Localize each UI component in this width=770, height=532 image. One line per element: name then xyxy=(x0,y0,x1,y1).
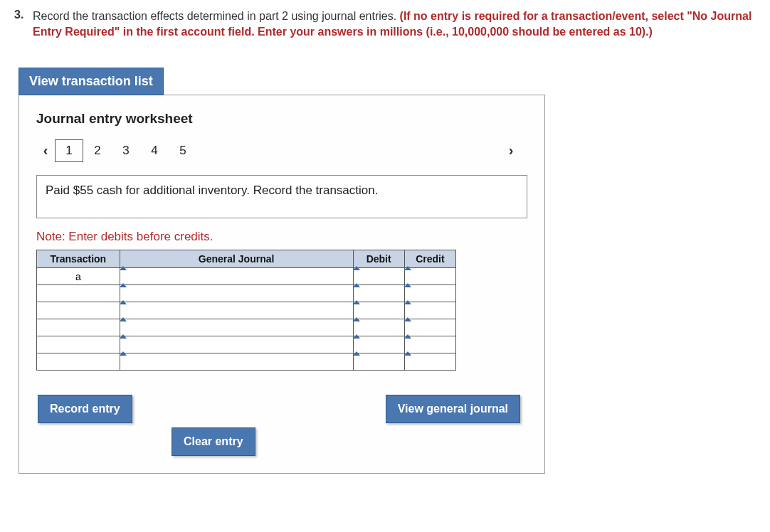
cell-transaction xyxy=(37,285,120,302)
header-transaction: Transaction xyxy=(37,250,120,268)
cell-transaction xyxy=(37,353,120,371)
dropdown-icon xyxy=(404,317,411,321)
cell-debit[interactable] xyxy=(353,336,404,353)
page-1[interactable]: 1 xyxy=(55,139,83,162)
cell-transaction: a xyxy=(37,268,120,285)
dropdown-icon xyxy=(353,266,360,270)
cell-credit[interactable] xyxy=(404,336,455,353)
cell-credit[interactable] xyxy=(404,353,455,371)
table-row xyxy=(37,319,456,336)
dropdown-icon xyxy=(404,283,411,287)
dropdown-icon xyxy=(404,300,411,304)
cell-credit[interactable] xyxy=(404,285,455,302)
question-block: 3. Record the transaction effects determ… xyxy=(14,9,756,41)
transaction-description: Paid $55 cash for additional inventory. … xyxy=(36,175,527,218)
cell-debit[interactable] xyxy=(353,353,404,371)
cell-transaction xyxy=(37,319,120,336)
pager: ‹ 1 2 3 4 5 › xyxy=(36,139,527,162)
cell-transaction xyxy=(37,302,120,319)
table-row: a xyxy=(37,268,456,285)
header-general-journal: General Journal xyxy=(120,250,353,268)
dropdown-icon xyxy=(353,351,360,356)
journal-entry-worksheet: Journal entry worksheet ‹ 1 2 3 4 5 › Pa… xyxy=(19,95,545,474)
question-number: 3. xyxy=(14,9,28,21)
journal-table: Transaction General Journal Debit Credit… xyxy=(36,250,456,395)
header-debit: Debit xyxy=(353,250,404,268)
dropdown-icon xyxy=(404,351,411,356)
dropdown-icon xyxy=(120,266,127,270)
dropdown-icon xyxy=(353,283,360,287)
chevron-left-icon[interactable]: ‹ xyxy=(36,142,55,159)
page-3[interactable]: 3 xyxy=(112,139,140,162)
cell-debit[interactable] xyxy=(353,319,404,336)
cell-debit[interactable] xyxy=(353,268,404,285)
cell-general-journal[interactable] xyxy=(120,353,353,371)
view-general-journal-button[interactable]: View general journal xyxy=(386,395,520,423)
page-5[interactable]: 5 xyxy=(169,139,197,162)
cell-general-journal[interactable] xyxy=(120,319,353,336)
page-4[interactable]: 4 xyxy=(140,139,169,162)
table-row xyxy=(37,285,456,302)
dropdown-icon xyxy=(120,334,127,339)
dropdown-icon xyxy=(120,300,127,304)
clear-row: Clear entry xyxy=(36,427,527,456)
dropdown-icon xyxy=(353,334,360,339)
table-row xyxy=(37,336,456,353)
dropdown-icon xyxy=(353,317,360,321)
cell-credit[interactable] xyxy=(404,319,455,336)
clear-entry-button[interactable]: Clear entry xyxy=(172,427,255,456)
question-text: Record the transaction effects determine… xyxy=(33,9,756,41)
note-text: Note: Enter debits before credits. xyxy=(36,230,527,244)
cell-credit[interactable] xyxy=(404,268,455,285)
header-credit: Credit xyxy=(404,250,455,268)
dropdown-icon xyxy=(120,317,127,321)
page-2[interactable]: 2 xyxy=(83,139,112,162)
dropdown-icon xyxy=(353,300,360,304)
dropdown-icon xyxy=(404,266,411,270)
cell-transaction xyxy=(37,336,120,353)
record-entry-button[interactable]: Record entry xyxy=(38,395,132,423)
cell-debit[interactable] xyxy=(353,302,404,319)
cell-general-journal[interactable] xyxy=(120,268,353,285)
cell-debit[interactable] xyxy=(353,285,404,302)
journal-table-body: a xyxy=(37,268,456,395)
table-row xyxy=(37,353,456,371)
worksheet-title: Journal entry worksheet xyxy=(36,111,527,127)
button-row: Record entry View general journal xyxy=(36,395,520,423)
dropdown-icon xyxy=(120,283,127,287)
dropdown-icon xyxy=(120,351,127,356)
chevron-right-icon[interactable]: › xyxy=(502,142,520,159)
view-transaction-list-button[interactable]: View transaction list xyxy=(19,68,164,95)
cell-general-journal[interactable] xyxy=(120,302,353,319)
dropdown-icon xyxy=(404,334,411,339)
question-text-plain: Record the transaction effects determine… xyxy=(33,10,400,22)
table-row xyxy=(37,302,456,319)
cell-credit[interactable] xyxy=(404,302,455,319)
cell-general-journal[interactable] xyxy=(120,336,353,353)
cell-general-journal[interactable] xyxy=(120,285,353,302)
